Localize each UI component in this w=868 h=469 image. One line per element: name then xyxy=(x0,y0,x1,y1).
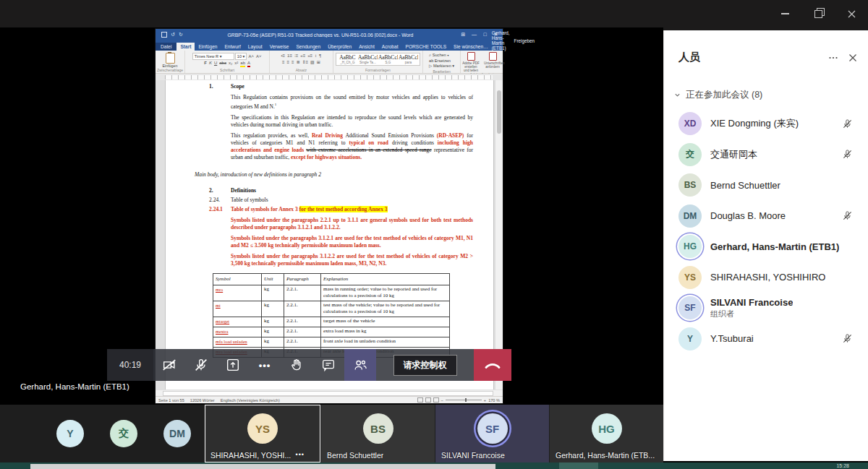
bullet-list-icon[interactable]: •≡ xyxy=(280,53,286,59)
grow-font-icon[interactable]: A˄ xyxy=(247,53,255,60)
zoom-level[interactable]: 170 % xyxy=(488,398,500,403)
panel-close-icon[interactable] xyxy=(848,53,857,62)
indent-icon[interactable]: »≡ xyxy=(307,53,313,59)
style-card[interactable]: AaBbC _H_Ch_G xyxy=(338,54,357,64)
word-quick-access-toolbar[interactable]: ↺ ↻ xyxy=(161,32,183,38)
video-tile-selected[interactable]: YS SHIRAHASHI, YOSHI... ••• xyxy=(205,405,320,462)
tab-verweise[interactable]: Verweise xyxy=(266,43,293,51)
styles-gallery[interactable]: AaBbC _H_Ch_G AaBbCcDc Single Ta... AaBb… xyxy=(336,53,420,66)
replace-button[interactable]: ab Ersetzen xyxy=(429,59,454,64)
tab-porsche-tools[interactable]: PORSCHE TOOLS xyxy=(402,43,451,51)
tab-sendungen[interactable]: Sendungen xyxy=(292,43,324,51)
paste-icon[interactable] xyxy=(166,53,175,64)
mic-off-button[interactable] xyxy=(185,349,217,381)
participant-row[interactable]: BS Bernd Schuettler xyxy=(664,170,868,201)
page-indicator[interactable]: Seite 1 von 55 xyxy=(158,398,184,403)
participant-row[interactable]: YS SHIRAHASHI, YOSHIHIRO xyxy=(664,262,868,293)
language-indicator[interactable]: Englisch (Vereinigtes Königreich) xyxy=(221,398,280,403)
word-minimize-button[interactable]: — xyxy=(469,32,480,38)
line-spacing-icon[interactable]: ⇕≡ xyxy=(302,59,310,66)
video-tile-speaking[interactable]: SF SILVANI Francoise xyxy=(435,405,549,462)
tab-layout[interactable]: Layout xyxy=(244,43,266,51)
tell-me-box[interactable]: Sie wünschen… xyxy=(450,43,492,51)
tab-datei[interactable]: Datei xyxy=(156,43,176,51)
read-mode-icon[interactable] xyxy=(417,397,423,403)
font-name-select[interactable]: Times New R ▾ xyxy=(192,53,234,60)
style-card[interactable]: AaBbCcDc para xyxy=(399,54,418,64)
zoom-in-button[interactable]: + xyxy=(484,398,486,403)
multilevel-list-icon[interactable]: ⁝≡ xyxy=(294,53,299,59)
minimize-button[interactable] xyxy=(768,0,801,27)
strikethrough-button[interactable]: abc xyxy=(218,60,227,66)
underline-button[interactable]: U xyxy=(213,60,218,66)
word-restore-button[interactable]: □ xyxy=(480,32,490,38)
tile-more-icon[interactable]: ••• xyxy=(296,451,305,458)
borders-icon[interactable]: ⊞ xyxy=(316,59,321,66)
tab-acrobat[interactable]: Acrobat xyxy=(378,43,402,51)
word-account-name[interactable]: Gerhard, Hans-Martin (ETB1) xyxy=(492,30,510,51)
pilcrow-icon[interactable]: ¶ xyxy=(318,53,322,59)
filmstrip-avatar[interactable]: Y xyxy=(56,420,84,447)
video-tile[interactable]: BS Bernd Schuettler xyxy=(321,405,435,462)
style-card[interactable]: AaBbCcDc Single Ta... xyxy=(358,54,378,64)
filmstrip-avatar[interactable]: 交 xyxy=(110,420,137,447)
numbered-list-icon[interactable]: 1≡ xyxy=(286,53,293,59)
document-page[interactable]: 1.Scope This Regulation contains provisi… xyxy=(165,80,494,390)
tab-einfuegen[interactable]: Einfügen xyxy=(195,43,221,51)
tab-start[interactable]: Start xyxy=(176,43,195,51)
align-left-icon[interactable]: ≡ xyxy=(281,59,286,66)
align-center-icon[interactable]: ≡ xyxy=(286,59,290,66)
ribbon-display-options-icon[interactable]: ⊞ xyxy=(458,32,469,38)
font-color-button[interactable]: A xyxy=(247,60,251,67)
sort-icon[interactable]: ↕ xyxy=(314,53,318,59)
raise-hand-button[interactable] xyxy=(281,349,312,381)
subscript-button[interactable]: x₂ xyxy=(228,60,233,66)
style-card[interactable]: AaBbCcDd S,G xyxy=(378,54,398,64)
vertical-scrollbar[interactable] xyxy=(495,80,503,390)
hang-up-button[interactable] xyxy=(474,349,511,381)
undo-icon[interactable]: ↺ xyxy=(171,32,175,38)
print-layout-icon[interactable] xyxy=(425,397,431,403)
participant-row[interactable]: SF SILVANI Francoise 组织者 xyxy=(664,293,868,324)
horizontal-scrollbar[interactable] xyxy=(156,390,503,396)
more-actions-button[interactable]: ••• xyxy=(249,349,281,381)
find-button[interactable]: ⌕ Suchen ▾ xyxy=(429,53,454,59)
save-icon[interactable] xyxy=(161,32,167,38)
superscript-button[interactable]: x² xyxy=(234,60,239,66)
zoom-out-button[interactable]: − xyxy=(441,398,443,403)
italic-button[interactable]: K xyxy=(208,60,213,66)
scrollbar-thumb[interactable] xyxy=(497,90,501,134)
request-control-button[interactable]: 请求控制权 xyxy=(393,355,457,376)
tab-entwurf[interactable]: Entwurf xyxy=(221,43,244,51)
in-meeting-section-header[interactable]: 正在参加此会议 (8) xyxy=(664,64,868,104)
restore-button[interactable] xyxy=(801,0,835,27)
outdent-icon[interactable]: «≡ xyxy=(299,53,306,59)
panel-more-icon[interactable] xyxy=(828,53,838,63)
tab-ansicht[interactable]: Ansicht xyxy=(355,43,378,51)
close-button[interactable] xyxy=(835,0,868,27)
show-participants-button[interactable] xyxy=(344,349,376,381)
select-button[interactable]: ▷ Markieren ▾ xyxy=(429,64,454,69)
word-ruler[interactable] xyxy=(156,74,503,80)
adobe-pdf-button[interactable]: Adobe PDF erstellen und teilen xyxy=(462,52,480,72)
chat-button[interactable] xyxy=(312,349,344,381)
bold-button[interactable]: F xyxy=(203,60,208,66)
font-size-select[interactable]: 10 ▾ xyxy=(235,53,247,60)
participant-row[interactable]: HG Gerhard, Hans-Martin (ETB1) xyxy=(664,231,868,262)
participant-row[interactable]: DM Douglas B. Moore xyxy=(664,201,868,232)
participant-row[interactable]: 交 交通研岡本 xyxy=(664,139,868,171)
request-signatures-button[interactable]: Unterschriften anfordern xyxy=(484,52,501,72)
highlight-color-button[interactable]: ab xyxy=(239,60,246,67)
filmstrip-avatar[interactable]: DM xyxy=(163,420,191,447)
word-count[interactable]: 12026 Wörter xyxy=(190,398,215,403)
share-document-button[interactable]: Freigeben xyxy=(514,38,535,43)
video-tile[interactable]: HG Gerhard, Hans-Martin (ETB... xyxy=(550,405,663,462)
share-screen-button[interactable] xyxy=(217,349,249,381)
participant-row[interactable]: XD XIE Dongming (来宾) xyxy=(664,108,868,139)
web-layout-icon[interactable] xyxy=(433,397,439,403)
tab-ueberpruefen[interactable]: Überprüfen xyxy=(324,43,355,51)
align-right-icon[interactable]: ≡ xyxy=(291,59,295,66)
zoom-slider[interactable] xyxy=(446,400,482,400)
shrink-font-icon[interactable]: A˅ xyxy=(255,53,263,60)
justify-icon[interactable]: ≣ xyxy=(296,59,301,66)
